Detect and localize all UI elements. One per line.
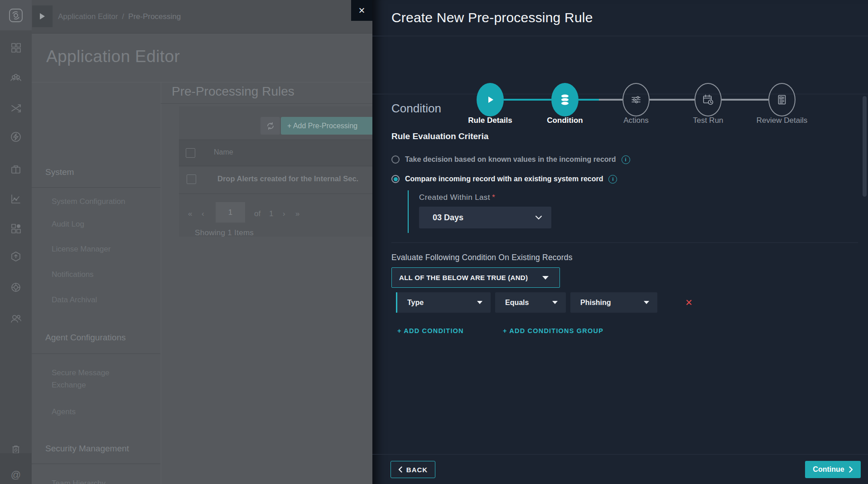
group-operator-select[interactable]: ALL OF THE BELOW ARE TRUE (AND) bbox=[391, 267, 560, 288]
step-label-review-details[interactable]: Review Details bbox=[748, 116, 816, 125]
nav-divider bbox=[32, 464, 160, 464]
nav-section-security-management: Security Management bbox=[45, 444, 129, 454]
modal-footer: BACK Continue bbox=[372, 454, 868, 484]
step-label-condition[interactable]: Condition bbox=[531, 116, 599, 125]
step-condition[interactable] bbox=[551, 83, 579, 116]
nav-item-notifications[interactable]: Notifications bbox=[52, 268, 135, 281]
column-header-name: Name bbox=[214, 148, 233, 156]
step-review-details[interactable] bbox=[768, 83, 796, 116]
dropdown-caret-icon bbox=[477, 301, 482, 304]
step-label-actions[interactable]: Actions bbox=[602, 116, 670, 125]
pagination: « ‹ 1 of 1 › » bbox=[179, 194, 374, 237]
database-icon bbox=[559, 93, 570, 106]
created-within-label-text: Created Within Last bbox=[419, 193, 490, 202]
stepper-connector bbox=[504, 99, 551, 101]
info-icon[interactable]: i bbox=[608, 175, 617, 184]
nav-item-audit-log[interactable]: Audit Log bbox=[52, 218, 135, 230]
nav-section-agent-configurations: Agent Configurations bbox=[45, 333, 125, 343]
rule-name-cell[interactable]: Drop Alerts created for the Internal Sec… bbox=[217, 174, 371, 183]
continue-button[interactable]: Continue bbox=[805, 461, 861, 478]
calendar-clock-icon bbox=[702, 93, 714, 106]
select-all-checkbox[interactable] bbox=[186, 148, 195, 158]
rule-evaluation-criteria-title: Rule Evaluation Criteria bbox=[391, 131, 488, 141]
delete-condition-button[interactable]: × bbox=[679, 292, 699, 313]
info-icon[interactable]: i bbox=[622, 155, 630, 164]
step-label-rule-details[interactable]: Rule Details bbox=[456, 116, 524, 125]
nav-divider bbox=[32, 187, 160, 188]
reports-chart-icon[interactable] bbox=[0, 190, 32, 208]
automation-bolt-icon[interactable] bbox=[0, 128, 32, 146]
modal-title: Create New Pre-processing Rule bbox=[391, 10, 593, 25]
chevron-right-icon bbox=[849, 466, 853, 473]
step-actions[interactable] bbox=[622, 83, 650, 116]
nav-item-secure-message-exchange[interactable]: Secure Message Exchange bbox=[52, 367, 129, 391]
nav-item-agents[interactable]: Agents bbox=[52, 406, 135, 418]
mentions-at-icon[interactable]: @ bbox=[0, 466, 32, 484]
table-header-row: Name bbox=[179, 140, 374, 166]
condition-operator-value: Equals bbox=[505, 299, 529, 307]
breadcrumb-page[interactable]: Pre-Processing bbox=[128, 12, 181, 21]
breadcrumb: Application Editor / Pre-Processing bbox=[58, 0, 181, 33]
evaluate-condition-title: Evaluate Following Condition On Existing… bbox=[391, 253, 573, 262]
add-condition-link[interactable]: + ADD CONDITION bbox=[397, 327, 464, 334]
condition-field-select[interactable]: Type bbox=[397, 292, 491, 313]
nav-divider bbox=[32, 353, 160, 354]
widgets-icon[interactable] bbox=[0, 219, 32, 237]
users-icon[interactable] bbox=[0, 310, 32, 328]
pagination-next[interactable]: › bbox=[283, 209, 285, 218]
stepper-connector bbox=[722, 99, 768, 101]
pagination-prev[interactable]: ‹ bbox=[202, 209, 204, 218]
condition-value-text: Phishing bbox=[580, 299, 611, 307]
add-conditions-group-link[interactable]: + ADD CONDITIONS GROUP bbox=[503, 327, 603, 334]
breadcrumb-section[interactable]: Application Editor bbox=[58, 12, 118, 21]
add-pre-processing-button[interactable]: + Add Pre-Processing bbox=[281, 117, 374, 135]
integrations-shuffle-icon[interactable] bbox=[0, 99, 32, 117]
pagination-current-page[interactable]: 1 bbox=[216, 202, 245, 223]
modal-scrollbar-thumb[interactable] bbox=[863, 96, 867, 197]
network-globe-icon[interactable] bbox=[0, 278, 32, 296]
wizard-stepper: Rule Details Condition Actions Test Run … bbox=[372, 36, 868, 94]
nav-expand-button[interactable] bbox=[32, 5, 53, 27]
criteria-option-2-label: Compare incoming record with an existing… bbox=[405, 175, 603, 183]
page-title: Application Editor bbox=[46, 47, 180, 66]
dashboard-icon[interactable] bbox=[0, 39, 32, 57]
close-button[interactable]: × bbox=[351, 0, 372, 21]
stepper-connector bbox=[579, 99, 599, 101]
condition-value-select[interactable]: Phishing bbox=[570, 292, 657, 313]
row-checkbox[interactable] bbox=[187, 174, 196, 184]
user-groups-icon[interactable] bbox=[0, 69, 32, 87]
apps-briefcase-icon[interactable] bbox=[0, 160, 32, 179]
created-within-select[interactable]: 03 Days bbox=[419, 207, 551, 228]
step-label-test-run[interactable]: Test Run bbox=[674, 116, 742, 125]
step-rule-details[interactable] bbox=[477, 83, 504, 116]
condition-operator-select[interactable]: Equals bbox=[495, 292, 566, 313]
dropdown-caret-icon bbox=[644, 301, 649, 304]
back-button-label: BACK bbox=[406, 466, 428, 474]
radio-unselected-icon[interactable] bbox=[391, 155, 400, 164]
app-logo-icon[interactable] bbox=[0, 0, 32, 30]
criteria-option-1[interactable]: Take decision based on known values in t… bbox=[391, 155, 630, 165]
nav-item-license-manager[interactable]: License Manager bbox=[52, 243, 135, 255]
screen: @ Application Editor / Pre-Processing Ap… bbox=[0, 0, 868, 484]
created-within-value: 03 Days bbox=[433, 213, 463, 223]
nav-item-system-configuration[interactable]: System Configuration bbox=[52, 195, 135, 208]
nav-item-team-hierarchy[interactable]: Team Hierarchy bbox=[52, 477, 135, 484]
dropdown-caret-icon bbox=[542, 276, 549, 280]
modal-header: Create New Pre-processing Rule bbox=[372, 0, 868, 36]
document-icon bbox=[776, 94, 788, 106]
criteria-option-2[interactable]: Compare incoming record with an existing… bbox=[391, 174, 617, 184]
nav-item-data-archival[interactable]: Data Archival bbox=[52, 294, 135, 306]
pagination-first[interactable]: « bbox=[188, 209, 192, 218]
pagination-last[interactable]: » bbox=[295, 209, 299, 218]
back-button[interactable]: BACK bbox=[391, 461, 435, 478]
sliders-icon bbox=[630, 94, 642, 106]
refresh-button[interactable] bbox=[260, 117, 280, 135]
nav-section-system: System bbox=[45, 167, 74, 177]
refresh-icon bbox=[266, 121, 275, 131]
table-row[interactable]: Drop Alerts created for the Internal Sec… bbox=[179, 165, 374, 194]
radio-selected-icon[interactable] bbox=[391, 175, 400, 183]
packages-hexagon-icon[interactable] bbox=[0, 247, 32, 266]
step-test-run[interactable] bbox=[694, 83, 722, 116]
settings-nav: System System Configuration Audit Log Li… bbox=[32, 82, 161, 484]
group-operator-value: ALL OF THE BELOW ARE TRUE (AND) bbox=[399, 274, 528, 281]
